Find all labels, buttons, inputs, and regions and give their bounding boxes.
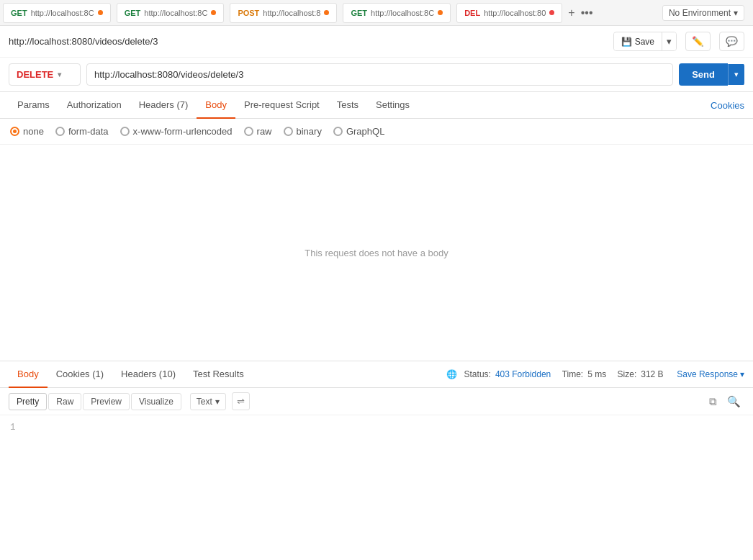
text-format-label: Text — [197, 397, 212, 407]
tab-method-label: GET — [351, 9, 367, 17]
save-button[interactable]: 💾 Save — [614, 33, 662, 50]
response-tab-cookies--1-[interactable]: Cookies (1) — [48, 361, 112, 388]
tab-dot — [211, 10, 216, 15]
body-option-form-data[interactable]: form-data — [55, 126, 109, 137]
tab-method-label: GET — [125, 9, 141, 17]
toolbar-right: ⧉ 🔍 — [705, 393, 744, 410]
status-label: Status: — [464, 369, 491, 379]
tab-tab2[interactable]: GEThttp://localhost:8C — [117, 3, 225, 23]
format-btn-preview[interactable]: Preview — [83, 393, 130, 410]
response-tab-test-results[interactable]: Test Results — [184, 361, 253, 388]
format-btn-raw[interactable]: Raw — [48, 393, 81, 410]
chevron-down-icon: ▾ — [734, 8, 738, 18]
tab-url: http://localhost:80 — [484, 9, 546, 17]
body-option-none[interactable]: none — [10, 126, 44, 137]
tab-dot — [98, 10, 103, 15]
request-tab-headers--7-[interactable]: Headers (7) — [130, 92, 197, 119]
method-label: DELETE — [17, 69, 53, 80]
option-label: raw — [257, 126, 272, 137]
divider2 — [610, 369, 613, 379]
cookies-link[interactable]: Cookies — [711, 100, 744, 111]
request-tab-authorization[interactable]: Authorization — [58, 92, 130, 119]
response-tab-body[interactable]: Body — [9, 361, 48, 388]
no-body-message: This request does not have a body — [305, 248, 448, 258]
save-dropdown-button[interactable]: ▾ — [662, 32, 676, 50]
divider3 — [668, 369, 673, 379]
env-label: No Environment — [669, 8, 731, 18]
body-option-binary[interactable]: binary — [284, 126, 322, 137]
tab-bar: GEThttp://localhost:8CGEThttp://localhos… — [0, 0, 753, 26]
radio-dot — [120, 127, 130, 136]
radio-dot — [244, 127, 253, 136]
comment-icon: 💬 — [726, 36, 738, 47]
add-tab-button[interactable]: + — [565, 5, 577, 21]
send-button[interactable]: Send — [679, 63, 728, 86]
url-input[interactable] — [86, 63, 673, 86]
edit-icon: ✏️ — [692, 36, 704, 47]
save-icon: 💾 — [621, 37, 632, 47]
tab-url: http://localhost:8C — [371, 9, 434, 17]
url-bar-row: http://localhost:8080/videos/delete/3 💾 … — [0, 26, 753, 58]
save-response-label: Save Response — [677, 369, 738, 379]
tab-url: http://localhost:8C — [31, 9, 94, 17]
search-icon: 🔍 — [727, 395, 741, 407]
send-dropdown-button[interactable]: ▾ — [728, 64, 744, 85]
comment-button[interactable]: 💬 — [719, 32, 744, 51]
body-option-GraphQL[interactable]: GraphQL — [333, 126, 384, 137]
request-tab-body[interactable]: Body — [197, 92, 235, 119]
search-button[interactable]: 🔍 — [723, 393, 744, 410]
radio-dot — [10, 127, 19, 136]
tab-tab4[interactable]: GEThttp://localhost:8C — [343, 3, 451, 23]
copy-icon: ⧉ — [709, 395, 717, 407]
send-button-group: Send ▾ — [679, 63, 744, 86]
wrap-button[interactable]: ⇌ — [232, 392, 250, 410]
body-option-raw[interactable]: raw — [244, 126, 272, 137]
option-label: form-data — [68, 126, 109, 137]
divider1 — [555, 369, 557, 379]
tab-dot — [324, 10, 329, 15]
format-btn-pretty[interactable]: Pretty — [9, 393, 47, 410]
option-label: x-www-form-urlencoded — [133, 126, 233, 137]
more-tabs-button[interactable]: ••• — [578, 5, 596, 21]
format-btn-visualize[interactable]: Visualize — [131, 393, 181, 410]
radio-dot — [333, 127, 343, 136]
option-label: GraphQL — [346, 126, 384, 137]
text-format-select[interactable]: Text ▾ — [190, 393, 226, 410]
wrap-icon: ⇌ — [237, 396, 245, 407]
size-value: 312 B — [641, 369, 663, 379]
request-tab-tests[interactable]: Tests — [328, 92, 367, 119]
time-value: 5 ms — [587, 369, 606, 379]
radio-dot — [284, 127, 293, 136]
save-button-group: 💾 Save ▾ — [613, 32, 677, 51]
response-toolbar: PrettyRawPreviewVisualize Text ▾ ⇌ ⧉ 🔍 — [0, 388, 753, 415]
time-label: Time: — [562, 369, 584, 379]
request-tab-settings[interactable]: Settings — [367, 92, 418, 119]
body-option-x-www-form-urlencoded[interactable]: x-www-form-urlencoded — [120, 126, 233, 137]
request-tab-pre-request-script[interactable]: Pre-request Script — [235, 92, 328, 119]
env-selector[interactable]: No Environment ▾ — [662, 5, 744, 21]
tab-url: http://localhost:8 — [263, 9, 320, 17]
body-content: This request does not have a body — [0, 145, 753, 361]
radio-dot — [55, 127, 65, 136]
tab-method-label: GET — [11, 9, 27, 17]
tab-url: http://localhost:8C — [144, 9, 207, 17]
tab-tab5[interactable]: DELhttp://localhost:80 — [456, 3, 562, 23]
page-title: http://localhost:8080/videos/delete/3 — [9, 36, 608, 47]
tab-tab1[interactable]: GEThttp://localhost:8C — [3, 3, 111, 23]
response-section: BodyCookies (1)Headers (10)Test Results … — [0, 361, 753, 487]
save-response-button[interactable]: Save Response ▾ — [677, 369, 744, 379]
globe-icon[interactable]: 🌐 — [446, 369, 457, 379]
method-select[interactable]: DELETE ▾ — [9, 63, 81, 86]
copy-button[interactable]: ⧉ — [705, 393, 721, 410]
request-tab-params[interactable]: Params — [9, 92, 58, 119]
edit-button[interactable]: ✏️ — [685, 32, 711, 51]
tab-dot — [438, 10, 443, 15]
save-label: Save — [635, 37, 654, 47]
tab-method-label: DEL — [464, 9, 480, 17]
status-value: 403 Forbidden — [495, 369, 551, 379]
chevron-down-icon: ▾ — [215, 397, 220, 407]
response-tab-headers--10-[interactable]: Headers (10) — [112, 361, 184, 388]
size-label: Size: — [618, 369, 637, 379]
response-meta: 🌐 Status: 403 Forbidden Time: 5 ms Size:… — [446, 369, 744, 379]
tab-tab3[interactable]: POSThttp://localhost:8 — [230, 3, 337, 23]
